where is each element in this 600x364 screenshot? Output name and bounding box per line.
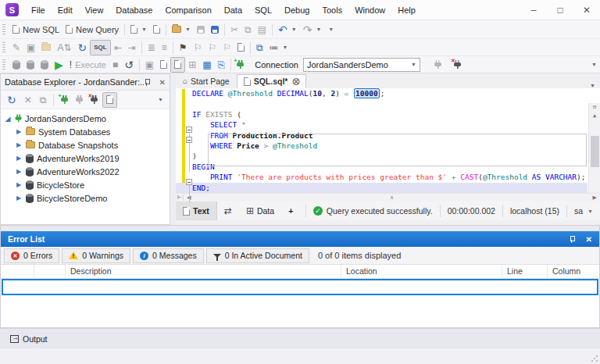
open-file-button[interactable]: ▼ <box>169 22 194 37</box>
minimize-button[interactable]: – <box>520 0 547 20</box>
output-tab[interactable]: Output <box>4 331 54 347</box>
query-builder-button[interactable]: ⧉ <box>253 40 266 55</box>
menu-comparison[interactable]: Comparison <box>159 0 217 20</box>
new-connection-button[interactable]: + <box>234 57 247 73</box>
explorer-delete-button[interactable]: ✕ <box>21 92 35 108</box>
menu-sql[interactable]: SQL <box>248 0 278 20</box>
explorer-duplicate-button[interactable]: ⧉ <box>37 92 50 108</box>
save-all-button[interactable] <box>208 22 222 37</box>
chevron-collapsed-icon[interactable]: ▶ <box>15 168 23 175</box>
menu-tools[interactable]: Tools <box>316 0 348 20</box>
document-outline-button[interactable] <box>234 40 248 55</box>
toolbar1-overflow-button[interactable]: ▼ <box>324 22 337 37</box>
user-name[interactable]: sa ▼ <box>566 205 600 217</box>
stop-button[interactable]: ■ <box>109 57 121 73</box>
connect-button[interactable] <box>431 57 445 73</box>
chevron-expanded-icon[interactable]: ◢ <box>4 115 12 123</box>
visualize-button[interactable]: ▦ <box>199 57 214 73</box>
tree-item-system-databases[interactable]: ▶ System Databases <box>1 125 170 138</box>
tree-item-database-snapshots[interactable]: ▶ Database Snapshots <box>1 138 170 152</box>
new-document-button[interactable]: ▼ <box>127 22 150 37</box>
new-snippet-button[interactable]: ⎘ <box>215 57 229 73</box>
scroll-up-icon[interactable]: ▲ <box>589 112 600 120</box>
cut-button[interactable]: ✂ <box>227 22 241 37</box>
menu-edit[interactable]: Edit <box>52 0 79 20</box>
execution-history-button[interactable]: ↺ <box>121 57 137 73</box>
next-bookmark-button[interactable]: ⚐ <box>205 40 220 55</box>
scrollbar-thumb[interactable] <box>591 136 599 167</box>
pin-icon[interactable] <box>569 235 575 243</box>
comment-lines-button[interactable]: ≣ <box>145 40 159 55</box>
close-panel-icon[interactable]: ✕ <box>586 235 592 244</box>
warnings-filter-button[interactable]: 0 Warnings <box>62 248 130 263</box>
tab-sql-document[interactable]: SQL.sql* ⨂ <box>237 74 307 88</box>
panel-splitter[interactable] <box>170 73 176 225</box>
menu-file[interactable]: File <box>25 0 52 20</box>
explorer-refresh-button[interactable]: ↻ <box>4 92 20 108</box>
new-query-button[interactable]: New Query <box>62 22 122 37</box>
change-database-button[interactable] <box>23 57 38 73</box>
menu-data[interactable]: Data <box>218 0 248 20</box>
manage-connections-button[interactable] <box>9 57 23 73</box>
chevron-collapsed-icon[interactable]: ▶ <box>15 181 23 188</box>
query-profiler-button[interactable]: ▣ <box>142 57 157 73</box>
explorer-disconnect-button[interactable]: ✕ <box>88 92 101 108</box>
editor-vertical-scrollbar[interactable]: ⊟ ▲ ▼ <box>588 103 600 208</box>
layout-button[interactable]: ⊞ <box>185 57 199 73</box>
format-file-button[interactable] <box>38 40 54 55</box>
prev-bookmark-button[interactable]: ⚐ <box>191 40 205 55</box>
collapse-splitter-icon[interactable]: ∧ <box>194 194 589 201</box>
tree-item-bicyclestore[interactable]: ▶ BicycleStore <box>1 178 170 191</box>
column-description[interactable]: Description <box>66 265 341 278</box>
explorer-connect-button[interactable] <box>73 92 86 108</box>
hsplit-handle[interactable]: ⊩ <box>176 194 184 201</box>
close-button[interactable]: ✕ <box>573 0 600 20</box>
uncomment-lines-button[interactable]: ≡ <box>159 40 170 55</box>
fold-collapse-icon[interactable] <box>186 179 192 185</box>
add-results-tab-button[interactable]: + <box>281 202 300 220</box>
fold-collapse-icon[interactable] <box>186 127 192 133</box>
results-to-grid-button[interactable] <box>170 57 185 73</box>
execute-button[interactable]: ! Execute <box>66 57 109 73</box>
column-line[interactable]: Line <box>502 265 548 278</box>
disconnect-button[interactable]: ✕ <box>451 57 464 73</box>
refresh-database-button[interactable] <box>38 57 52 73</box>
tab-start-page[interactable]: ⌂ Start Page <box>176 74 237 88</box>
menu-help[interactable]: Help <box>391 0 422 20</box>
scroll-right-icon[interactable]: ▶ <box>590 194 600 201</box>
fold-collapse-icon[interactable] <box>186 137 192 143</box>
decrease-indent-button[interactable]: ⇤ <box>111 40 125 55</box>
tab-text-results[interactable]: Text <box>176 202 217 220</box>
menu-database[interactable]: Database <box>109 0 159 20</box>
explorer-overflow-button[interactable]: ▼ <box>154 92 166 108</box>
execute-play-button[interactable]: ▶ <box>52 57 66 73</box>
code-editor[interactable]: DECLARE @Threshold DECIMAL(10, 2) = 1000… <box>176 88 600 193</box>
horizontal-splitter[interactable] <box>1 226 599 231</box>
tree-item-adventureworks2019[interactable]: ▶ AdventureWorks2019 <box>1 152 170 165</box>
tree-item-adventureworks2022[interactable]: ▶ AdventureWorks2022 <box>1 165 170 178</box>
resize-grip[interactable] <box>591 355 598 362</box>
undo-button[interactable]: ↶▼ <box>275 22 300 37</box>
chevron-collapsed-icon[interactable]: ▶ <box>15 141 23 148</box>
export-results-button[interactable] <box>157 57 170 73</box>
menu-view[interactable]: View <box>79 0 110 20</box>
save-button[interactable] <box>194 22 208 37</box>
sort-button[interactable]: A⇅ <box>54 40 74 55</box>
snippet-button[interactable]: ▣ <box>23 40 38 55</box>
close-tab-icon[interactable]: ⨂ <box>292 77 299 85</box>
paste-button[interactable]: ▤ <box>255 22 270 37</box>
tab-data-results[interactable]: ⊞ Data <box>239 202 281 220</box>
errors-filter-button[interactable]: ✕ 0 Errors <box>4 248 59 263</box>
explorer-sync-document-button[interactable] <box>102 92 117 108</box>
column-column[interactable]: Column <box>548 265 599 278</box>
toggle-bookmark-button[interactable]: ⚑ <box>176 40 191 55</box>
redo-button[interactable]: ↷▼ <box>300 22 325 37</box>
tree-item-connection[interactable]: ◢ JordanSandersDemo <box>1 112 170 125</box>
active-document-filter-button[interactable]: 0 In Active Document <box>206 248 309 263</box>
refresh-code-button[interactable]: ↻ <box>74 40 90 55</box>
connection-combobox[interactable]: JordanSandersDemo ▼ <box>303 58 420 72</box>
pin-icon[interactable] <box>144 78 150 86</box>
toolbar3-overflow-button[interactable]: ▼ <box>588 57 600 73</box>
editor-horizontal-scrollbar[interactable]: ⊩ ◀ ∧ ▶ <box>176 193 600 202</box>
sql-formatter-button[interactable]: SQL <box>90 40 110 55</box>
